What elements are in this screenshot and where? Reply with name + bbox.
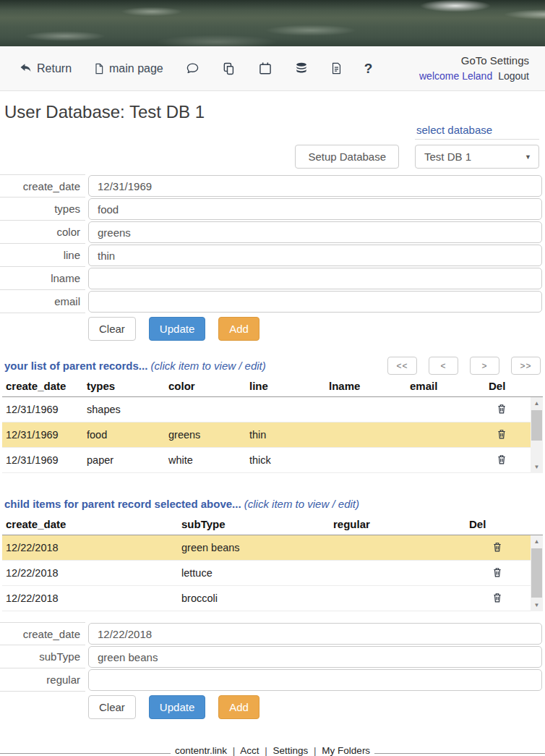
child-items-table: create_date subType regular Del 12/22/20… (2, 514, 543, 611)
ocean-banner-image (0, 0, 545, 46)
pagination: << < > >> (387, 357, 541, 375)
table-row[interactable]: 12/31/1969 paper white thick (2, 448, 531, 473)
page-prev-button[interactable]: < (429, 357, 458, 375)
main-page-button[interactable]: main page (93, 62, 163, 75)
calendar-icon[interactable] (258, 61, 272, 76)
return-label: Return (37, 62, 72, 75)
parent-list-heading: your list of parent records... (click it… (4, 360, 266, 375)
table-row[interactable]: 12/22/2018 broccoli (2, 586, 531, 611)
regular-input[interactable] (88, 669, 542, 691)
database-select[interactable]: Test DB 1 ▼ (415, 145, 539, 169)
update-button[interactable]: Update (149, 695, 205, 719)
scroll-up-icon[interactable]: ▲ (531, 397, 543, 409)
field-label: color (0, 221, 85, 244)
page-first-button[interactable]: << (387, 357, 417, 375)
child-list-heading: child items for parent record selected a… (4, 498, 359, 513)
child-record-form: create_date subType regular Clear Update… (0, 622, 545, 726)
database-select-value: Test DB 1 (424, 150, 471, 163)
scrollbar-thumb[interactable] (531, 410, 542, 441)
field-label: line (0, 244, 85, 267)
field-label: create_date (0, 174, 85, 198)
delete-trash-icon[interactable] (497, 428, 507, 442)
line-input[interactable] (88, 245, 542, 266)
scroll-down-icon[interactable]: ▼ (531, 461, 543, 473)
help-icon[interactable]: ? (364, 61, 373, 77)
delete-trash-icon[interactable] (492, 566, 502, 580)
table-row[interactable]: 12/22/2018 lettuce (2, 561, 531, 586)
table-row[interactable]: 12/31/1969 shapes (2, 397, 531, 422)
field-label: subType (0, 645, 85, 668)
main-page-label: main page (109, 62, 163, 75)
page-next-button[interactable]: > (470, 357, 499, 375)
return-arrow-icon (19, 62, 33, 75)
goto-settings-link[interactable]: GoTo Settings (419, 53, 529, 69)
types-input[interactable] (88, 198, 542, 220)
parent-records-table: create_date types color line lname email… (2, 376, 543, 473)
create-date-input[interactable] (88, 175, 542, 197)
scroll-down-icon[interactable]: ▼ (531, 599, 543, 611)
delete-trash-icon[interactable] (497, 403, 507, 417)
scrollbar-thumb[interactable] (531, 548, 542, 598)
setup-database-button[interactable]: Setup Database (295, 145, 399, 169)
color-input[interactable] (88, 221, 542, 243)
chat-icon[interactable] (185, 61, 200, 75)
top-navbar: Return main page ? GoTo Settings welcome… (0, 46, 545, 91)
table-row-selected[interactable]: 12/22/2018 green beans (2, 535, 531, 561)
table-row-selected[interactable]: 12/31/1969 food greens thin (2, 422, 531, 448)
update-button[interactable]: Update (149, 317, 205, 341)
child-create-date-input[interactable] (88, 623, 542, 645)
parent-table-scrollbar[interactable]: ▲ ▼ (531, 397, 543, 473)
delete-trash-icon[interactable] (497, 454, 507, 467)
delete-trash-icon[interactable] (492, 592, 502, 606)
select-database-label: select database (415, 124, 539, 140)
clear-button[interactable]: Clear (88, 317, 136, 341)
delete-trash-icon[interactable] (492, 541, 502, 555)
child-table-header: create_date subType regular Del (2, 514, 543, 535)
footer-link-settings[interactable]: Settings (273, 745, 309, 756)
field-label: lname (0, 267, 85, 290)
parent-table-header: create_date types color line lname email… (2, 376, 543, 397)
lname-input[interactable] (88, 268, 542, 289)
footer-link-my-folders[interactable]: My Folders (322, 745, 370, 756)
add-button[interactable]: Add (218, 317, 259, 341)
child-table-scrollbar[interactable]: ▲ ▼ (531, 535, 543, 611)
add-button[interactable]: Add (218, 695, 259, 719)
footer-link-acct[interactable]: Acct (240, 745, 259, 756)
subtype-input[interactable] (88, 646, 542, 668)
footer-link-contentr[interactable]: contentr.link (175, 745, 227, 756)
database-icon[interactable] (294, 61, 309, 76)
clear-button[interactable]: Clear (88, 695, 136, 719)
parent-record-form: create_date types color line lname email… (0, 174, 545, 348)
field-label: create_date (0, 622, 85, 645)
page-last-button[interactable]: >> (511, 357, 541, 375)
page-title: User Database: Test DB 1 (4, 102, 545, 122)
field-label: types (0, 198, 85, 221)
scroll-up-icon[interactable]: ▲ (531, 535, 543, 548)
database-controls: Setup Database select database Test DB 1… (0, 124, 545, 169)
email-input[interactable] (88, 291, 542, 313)
footer: contentr.link | Acct | Settings | My Fol… (0, 744, 545, 756)
welcome-user-link[interactable]: welcome Leland (419, 70, 492, 82)
page-icon (93, 62, 105, 75)
document-lines-icon[interactable] (330, 61, 343, 75)
field-label: email (0, 290, 85, 313)
select-caret-icon: ▼ (525, 153, 531, 161)
copy-pages-icon[interactable] (222, 61, 236, 76)
logout-link[interactable]: Logout (498, 70, 529, 82)
field-label: regular (0, 668, 85, 692)
return-button[interactable]: Return (19, 62, 72, 75)
